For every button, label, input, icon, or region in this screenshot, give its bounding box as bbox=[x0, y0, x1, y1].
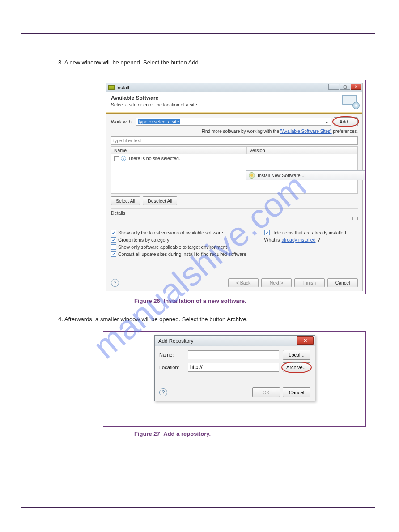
local-button[interactable]: Local... bbox=[283, 350, 310, 360]
app-icon bbox=[108, 85, 115, 90]
opt-contact: Contact all update sites during install … bbox=[118, 251, 246, 257]
available-sites-link[interactable]: "Available Software Sites" bbox=[280, 129, 332, 134]
find-more-text: Find more software by working with the "… bbox=[111, 129, 358, 134]
back-button[interactable]: < Back bbox=[228, 278, 259, 287]
work-with-label: Work with: bbox=[111, 119, 133, 124]
deselect-all-button[interactable]: Deselect All bbox=[143, 196, 177, 205]
banner-subtitle: Select a site or enter the location of a… bbox=[111, 102, 358, 107]
findmore-prefix: Find more software by working with the bbox=[202, 129, 280, 134]
add-repo-help-icon[interactable]: ? bbox=[159, 388, 167, 396]
help-icon[interactable]: ? bbox=[111, 279, 119, 287]
add-repository-dialog: Add Repository ✕ Name: Local... Location… bbox=[154, 335, 315, 401]
ok-button[interactable]: OK bbox=[252, 387, 280, 397]
options-area: ✓Show only the latest versions of availa… bbox=[111, 230, 358, 257]
bottom-rule bbox=[21, 507, 375, 508]
finish-button[interactable]: Finish bbox=[294, 278, 325, 287]
details-section: Details bbox=[111, 208, 358, 227]
info-icon: i bbox=[121, 156, 126, 161]
work-with-combo[interactable]: type or select a site ▾ bbox=[136, 118, 331, 126]
step-4-text: 4. Afterwards, a smaller window will be … bbox=[58, 316, 248, 323]
column-name[interactable]: Name bbox=[111, 147, 247, 154]
checkbox-latest[interactable]: ✓ bbox=[111, 230, 116, 235]
install-tooltip[interactable]: Install New Software... bbox=[246, 170, 365, 180]
add-button[interactable]: Add... bbox=[334, 117, 358, 126]
add-repo-close-button[interactable]: ✕ bbox=[297, 336, 314, 345]
next-button[interactable]: Next > bbox=[261, 278, 292, 287]
install-banner-icon bbox=[342, 95, 359, 108]
location-input[interactable]: http:// bbox=[188, 363, 279, 372]
column-version[interactable]: Version bbox=[247, 147, 358, 154]
window-title: Install bbox=[116, 85, 129, 90]
chevron-down-icon[interactable]: ▾ bbox=[323, 119, 330, 125]
no-site-text: There is no site selected. bbox=[128, 156, 180, 161]
titlebar: Install — ▢ ✕ bbox=[106, 83, 362, 92]
tree-body: i There is no site selected. Install New… bbox=[111, 154, 358, 194]
already-installed-link[interactable]: already installed bbox=[282, 237, 316, 243]
location-label: Location: bbox=[159, 365, 184, 370]
install-tooltip-text: Install New Software... bbox=[258, 173, 304, 178]
opt-hide: Hide items that are already installed bbox=[272, 230, 346, 235]
banner-title: Available Software bbox=[111, 95, 358, 101]
wizard-buttons: ? < Back Next > Finish Cancel bbox=[111, 278, 358, 287]
filter-text-input[interactable]: type filter text bbox=[111, 136, 358, 145]
tree-row-empty: i There is no site selected. bbox=[114, 156, 355, 161]
cancel-button[interactable]: Cancel bbox=[327, 278, 358, 287]
checkbox-target[interactable]: ✓ bbox=[111, 244, 116, 250]
add-button-label: Add... bbox=[340, 119, 352, 124]
checkbox-hide[interactable]: ✓ bbox=[264, 230, 270, 235]
work-with-value: type or select a site bbox=[138, 119, 180, 124]
opt-group: Group items by category bbox=[118, 237, 169, 243]
name-label: Name: bbox=[159, 352, 184, 358]
figure-install: Install — ▢ ✕ Available Software Select … bbox=[103, 80, 366, 294]
add-repo-title: Add Repository bbox=[155, 338, 194, 344]
maximize-button[interactable]: ▢ bbox=[340, 84, 350, 90]
checkbox-contact[interactable]: ✓ bbox=[111, 251, 116, 257]
figure-2-caption: Figure 27: Add a repository. bbox=[134, 430, 211, 437]
add-repo-cancel-button[interactable]: Cancel bbox=[283, 387, 310, 397]
figure-1-caption: Figure 26: Installation of a new softwar… bbox=[134, 298, 246, 304]
checkbox-group[interactable]: ✓ bbox=[111, 237, 116, 243]
tree-header: Name Version bbox=[111, 146, 358, 154]
minimize-button[interactable]: — bbox=[328, 84, 339, 90]
whatis-suffix: ? bbox=[317, 237, 320, 243]
step-3-text: 3. A new window will be opened. Select t… bbox=[58, 59, 200, 66]
opt-target: Show only software applicable to target … bbox=[118, 244, 227, 250]
whatis-prefix: What is bbox=[264, 237, 280, 243]
install-tooltip-icon bbox=[249, 172, 255, 179]
select-all-button[interactable]: Select All bbox=[111, 196, 140, 205]
close-button[interactable]: ✕ bbox=[351, 84, 361, 90]
archive-button-label: Archive... bbox=[286, 365, 307, 370]
figure-add-repo: Add Repository ✕ Name: Local... Location… bbox=[103, 331, 366, 427]
findmore-suffix: preferences. bbox=[332, 129, 358, 134]
details-expand-icon[interactable] bbox=[352, 217, 358, 220]
name-input[interactable] bbox=[188, 350, 279, 359]
details-label: Details bbox=[111, 210, 358, 216]
dialog-banner: Available Software Select a site or ente… bbox=[106, 92, 362, 112]
top-rule bbox=[21, 33, 375, 34]
opt-latest: Show only the latest versions of availab… bbox=[118, 230, 223, 235]
archive-button[interactable]: Archive... bbox=[283, 362, 310, 372]
install-dialog: Install — ▢ ✕ Available Software Select … bbox=[106, 83, 363, 291]
row-checkbox[interactable] bbox=[114, 156, 119, 161]
add-repo-titlebar: Add Repository ✕ bbox=[155, 336, 315, 346]
